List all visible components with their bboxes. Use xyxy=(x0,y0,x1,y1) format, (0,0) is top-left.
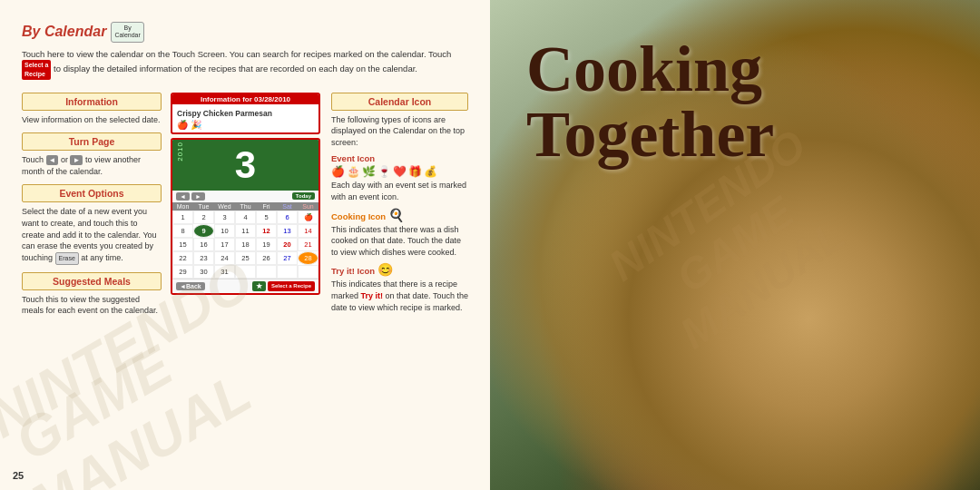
prev-month-btn[interactable]: ◄ xyxy=(176,192,190,201)
turn-page-label-box: Turn Page xyxy=(22,132,162,151)
cal-cell-15[interactable]: 15 xyxy=(172,238,193,251)
cal-cell-31[interactable]: 31 xyxy=(214,265,235,279)
cal-cell-13[interactable]: 13 xyxy=(277,224,298,238)
event-icon-4: 🍷 xyxy=(377,165,391,178)
cal-cell-22[interactable]: 22 xyxy=(172,251,193,265)
cal-cell-24[interactable]: 24 xyxy=(214,251,235,265)
recipe-icons: 🍎 🎉 xyxy=(177,120,314,130)
left-page: NINTENDO GAME MANUAL By Calendar ByCalen… xyxy=(0,0,490,490)
cal-cell-3[interactable]: 3 xyxy=(214,211,235,224)
calendar-icon-desc: The following types of icons are display… xyxy=(331,114,468,149)
nav-right-btn[interactable]: ► xyxy=(70,155,83,165)
recipe-name: Crispy Chicken Parmesan xyxy=(177,107,314,120)
nav-left-btn[interactable]: ◄ xyxy=(46,155,59,165)
cooking-icon-desc: This indicates that there was a dish coo… xyxy=(331,224,468,259)
cal-cell-27[interactable]: 27 xyxy=(277,251,298,265)
cal-grid: 1 2 3 4 5 6 🍎 8 9 10 11 12 13 xyxy=(172,211,318,279)
turn-page-text: Touch ◄ or ► to view another month of th… xyxy=(22,154,162,177)
event-icon-6: 🎁 xyxy=(408,165,422,178)
col-wed: Wed xyxy=(214,202,235,211)
cooking-line2: Together xyxy=(526,98,774,171)
event-icon-5: ❤️ xyxy=(393,165,407,178)
cal-cell-20[interactable]: 20 xyxy=(277,238,298,251)
left-page-inner: By Calendar ByCalendar Touch here to vie… xyxy=(13,13,477,477)
next-month-btn[interactable]: ► xyxy=(191,192,205,201)
cal-cell-25[interactable]: 25 xyxy=(235,251,256,265)
cal-cell-7[interactable]: 🍎 xyxy=(298,211,318,224)
information-label-box: Information xyxy=(22,93,162,111)
cal-cell-empty2 xyxy=(256,265,277,279)
event-icon-title: Event Icon xyxy=(331,153,468,163)
cal-cell-12[interactable]: 12 xyxy=(256,224,277,238)
cal-cell-29[interactable]: 29 xyxy=(172,265,193,279)
erase-badge[interactable]: Erase xyxy=(55,252,79,265)
cal-cell-8[interactable]: 8 xyxy=(172,224,193,238)
col-tue: Tue xyxy=(193,202,214,211)
back-btn[interactable]: ◄Back xyxy=(176,282,205,290)
event-icon-7: 💰 xyxy=(424,165,437,178)
turn-page-label: Turn Page xyxy=(69,136,115,147)
footer-btns: ★ Select a Recipe xyxy=(252,281,315,291)
cal-cell-18[interactable]: 18 xyxy=(235,238,256,251)
cal-cell-30[interactable]: 30 xyxy=(193,265,214,279)
cal-cell-17[interactable]: 17 xyxy=(214,238,235,251)
tryit-icon-badge: 😊 xyxy=(377,262,393,277)
cal-cell-16[interactable]: 16 xyxy=(193,238,214,251)
col-sat: Sat xyxy=(277,202,298,211)
cal-event-btns: Today xyxy=(292,192,315,200)
cal-cell-2[interactable]: 2 xyxy=(193,211,214,224)
suggested-meals-label-box: Suggested Meals xyxy=(22,272,162,290)
calendar-widget[interactable]: 2010 3 ◄ ► Today xyxy=(171,138,320,295)
col-sun: Sun xyxy=(298,202,318,211)
cal-cell-11[interactable]: 11 xyxy=(235,224,256,238)
cal-cell-26[interactable]: 26 xyxy=(256,251,277,265)
today-btn[interactable]: Today xyxy=(292,192,315,200)
labels-col: Information View information on the sele… xyxy=(22,93,165,468)
event-options-label-box: Event Options xyxy=(22,184,162,202)
cal-nav-row: ◄ ► Today xyxy=(172,191,318,202)
cal-cell-10[interactable]: 10 xyxy=(214,224,235,238)
cal-cell-empty1 xyxy=(235,265,256,279)
cal-cell-28-selected[interactable]: 28 xyxy=(298,251,318,265)
event-icon-desc: Each day with an event set is marked wit… xyxy=(331,180,468,202)
event-options-label: Event Options xyxy=(59,188,123,199)
calendar-icon-title-box: Calendar Icon xyxy=(331,93,468,111)
cal-cell-empty4 xyxy=(298,265,318,279)
cal-cell-9-today[interactable]: 9 xyxy=(193,224,214,238)
intro-text-end: to display the detailed information of t… xyxy=(54,64,417,74)
cal-cell-4[interactable]: 4 xyxy=(235,211,256,224)
cal-cell-14[interactable]: 14 xyxy=(298,224,318,238)
cooking-icon-badge: 🍳 xyxy=(388,208,404,222)
starred-btn[interactable]: ★ xyxy=(252,281,266,291)
calendar-widget-col: Information for 03/28/2010 Crispy Chicke… xyxy=(171,93,320,468)
by-calendar-header: By Calendar ByCalendar xyxy=(22,22,468,43)
cal-nav-left[interactable]: ◄ ► xyxy=(176,192,205,201)
page-number: 25 xyxy=(13,470,24,481)
calendar-icon-title: Calendar Icon xyxy=(368,96,431,107)
event-icon-2: 🎂 xyxy=(347,165,360,178)
event-options-text: Select the date of a new event you want … xyxy=(22,206,162,264)
cal-cell-21[interactable]: 21 xyxy=(298,238,318,251)
by-calendar-badge[interactable]: ByCalendar xyxy=(111,22,143,43)
suggested-meals-label: Suggested Meals xyxy=(53,276,131,287)
main-layout: Information View information on the sele… xyxy=(22,93,468,468)
cal-cell-5[interactable]: 5 xyxy=(256,211,277,224)
info-popup: Information for 03/28/2010 Crispy Chicke… xyxy=(171,93,320,134)
intro-text-start: Touch here to view the calendar on the T… xyxy=(22,49,451,59)
cal-cell-23[interactable]: 23 xyxy=(193,251,214,265)
right-page: NINTENDO GAME MANUAL Cooking Together xyxy=(490,0,980,490)
select-recipe-btn[interactable]: Select a Recipe xyxy=(268,281,315,291)
event-icon-3: 🌿 xyxy=(362,165,376,178)
cal-month-big: 2010 3 xyxy=(172,140,318,191)
event-options-section: Event Options Select the date of a new e… xyxy=(22,184,162,264)
select-recipe-badge[interactable]: Select aRecipe xyxy=(22,60,51,80)
information-text: View information on the selected date. xyxy=(22,114,162,126)
cal-cell-19[interactable]: 19 xyxy=(256,238,277,251)
col-fri: Fri xyxy=(256,202,277,211)
cooking-title-text: Cooking Together xyxy=(526,36,774,167)
tryit-icon-title: Try it! Icon 😊 xyxy=(331,262,468,277)
cal-footer: ◄Back ★ Select a Recipe xyxy=(172,279,318,293)
cal-cell-6[interactable]: 6 xyxy=(277,211,298,224)
cal-cell-1[interactable]: 1 xyxy=(172,211,193,224)
col-mon: Mon xyxy=(172,202,193,211)
